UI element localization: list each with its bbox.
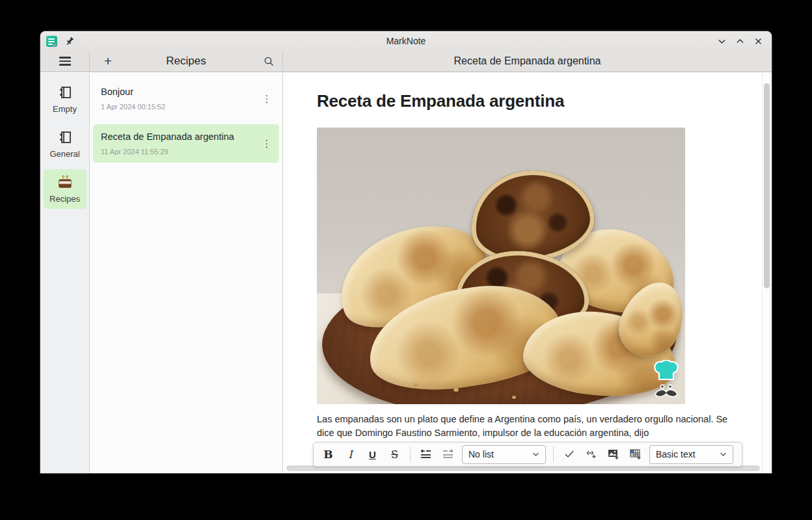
sidebar-item-label: Empty (44, 104, 87, 114)
note-date: 1 Apr 2024 00:15:52 (101, 103, 261, 111)
italic-button[interactable]: I (340, 445, 361, 463)
strikethrough-button[interactable]: S (384, 445, 405, 463)
marknote-window: MarkNote + Recipes Receta de Empanada (40, 31, 772, 473)
editor-pane: Receta de Empanada argentina (283, 73, 772, 473)
vertical-scrollbar-thumb[interactable] (764, 83, 770, 288)
editor-document[interactable]: Receta de Empanada argentina (283, 73, 772, 473)
indent-more-icon[interactable] (415, 445, 437, 463)
document-heading[interactable]: Receta de Empanada argentina (317, 91, 726, 111)
search-icon[interactable] (264, 56, 275, 67)
insert-image-icon[interactable] (602, 445, 624, 463)
sidebar-item-empty[interactable]: Empty (44, 79, 87, 119)
vertical-scrollbar[interactable] (762, 73, 772, 473)
notebook-title: Recipes (90, 55, 282, 68)
chevron-down-icon (720, 452, 727, 457)
titlebar[interactable]: MarkNote (40, 31, 772, 51)
checkbox-icon[interactable] (558, 445, 580, 463)
pin-icon[interactable] (65, 36, 75, 46)
insert-table-icon[interactable] (625, 445, 646, 463)
editor-note-title: Receta de Empanada argentina (454, 55, 601, 67)
sidebar-item-recipes[interactable]: Recipes (44, 169, 87, 209)
birthday-cake-icon (44, 174, 87, 191)
document-paragraph[interactable]: Las empanadas son un plato que define a … (317, 413, 743, 440)
close-button[interactable] (752, 35, 764, 47)
menu-icon[interactable] (59, 57, 71, 65)
sidebar-item-label: Recipes (44, 194, 87, 204)
note-title: Receta de Empanada argentina (101, 131, 261, 142)
sidebar-item-label: General (44, 149, 87, 159)
notebook-icon (44, 84, 87, 101)
note-list-item-receta[interactable]: Receta de Empanada argentina 11 Apr 2024… (93, 124, 279, 163)
note-list-item-bonjour[interactable]: Bonjour 1 Apr 2024 00:15:52 ⋮ (93, 79, 279, 118)
maximize-button[interactable] (734, 35, 746, 47)
bold-button[interactable]: B (318, 445, 339, 463)
note-title: Bonjour (101, 87, 261, 97)
text-style-select[interactable]: Basic text (649, 445, 733, 464)
chevron-down-icon (532, 452, 539, 457)
window-title: MarkNote (40, 36, 772, 46)
new-note-button[interactable]: + (99, 53, 117, 69)
notebook-icon (44, 129, 87, 146)
notebook-sidebar: Empty General Recipes (40, 73, 90, 473)
header-row: + Recipes Receta de Empanada argentina (40, 51, 772, 72)
sidebar-item-general[interactable]: General (44, 124, 87, 164)
chef-hat-watermark-icon (650, 360, 683, 403)
marknote-app-icon (46, 36, 57, 47)
underline-button[interactable]: U (362, 445, 383, 463)
indent-less-icon[interactable] (437, 445, 459, 463)
note-options-icon[interactable]: ⋮ (261, 93, 273, 105)
minimize-button[interactable] (716, 35, 727, 47)
note-list: Bonjour 1 Apr 2024 00:15:52 ⋮ Receta de … (90, 73, 283, 473)
format-toolbar: B I U S No list (313, 442, 742, 467)
empanadas-photo (317, 128, 685, 404)
note-options-icon[interactable]: ⋮ (261, 138, 273, 150)
note-date: 11 Apr 2024 11:55:29 (101, 148, 261, 156)
insert-link-icon[interactable] (580, 445, 602, 463)
list-type-select[interactable]: No list (462, 445, 546, 464)
